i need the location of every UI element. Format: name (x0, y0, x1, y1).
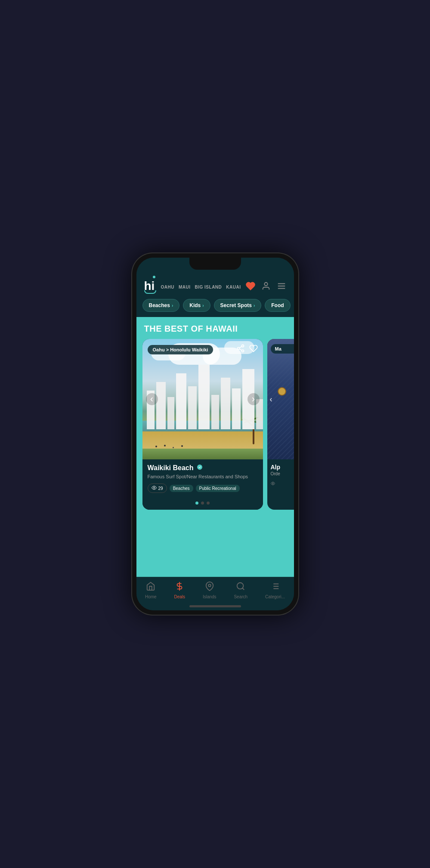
verified-icon (196, 464, 203, 472)
nav-deals[interactable]: Deals (174, 582, 185, 599)
tag-beaches[interactable]: Beaches (170, 485, 193, 492)
card-overlay-top: Oahu > Honolulu Waikiki (142, 339, 263, 360)
card-actions (236, 344, 258, 355)
views-count: 29 (158, 486, 163, 491)
nav-search[interactable]: Search (234, 582, 247, 599)
svg-point-12 (208, 584, 211, 587)
svg-line-8 (239, 346, 242, 348)
eye-icon (152, 485, 157, 491)
svg-point-0 (264, 283, 267, 286)
svg-point-13 (237, 583, 244, 589)
card-tags: 29 Beaches Public Recreational (148, 483, 258, 493)
second-eye-icon (271, 480, 275, 487)
home-bar (136, 602, 294, 610)
category-beaches[interactable]: Beaches › (142, 299, 180, 312)
home-icon (146, 582, 155, 593)
views-badge: 29 (148, 483, 167, 493)
second-card-desc: Orde (271, 471, 294, 476)
home-label: Home (145, 594, 157, 599)
svg-point-9 (153, 487, 155, 489)
categories-icon (270, 582, 280, 593)
card-title-row: Waikiki Beach (148, 464, 258, 472)
search-label: Search (234, 594, 247, 599)
location-badge: Oahu > Honolulu Waikiki (148, 345, 213, 354)
svg-point-5 (237, 348, 239, 350)
second-card-tag (271, 480, 294, 487)
second-card-prev[interactable]: ‹ (270, 395, 272, 404)
nav-categories[interactable]: Categori... (265, 582, 285, 599)
nav-oahu[interactable]: OAHU (161, 285, 174, 289)
home-indicator (189, 605, 241, 607)
section-title: THE BEST OF HAWAII (136, 317, 294, 339)
card-image-container: Oahu > Honolulu Waikiki (142, 339, 263, 459)
card-description: Famous Surf Spot/Near Restaurants and Sh… (148, 474, 258, 480)
category-kids[interactable]: Kids › (183, 299, 210, 312)
card-title: Waikiki Beach (148, 464, 194, 472)
category-secret-spots[interactable]: Secret Spots › (214, 299, 262, 312)
save-icon[interactable] (249, 344, 258, 355)
header-icons (246, 281, 286, 292)
nav-home[interactable]: Home (145, 582, 157, 599)
dot-2 (201, 502, 204, 505)
nav-islands[interactable]: Islands (203, 582, 217, 599)
dot-1 (195, 502, 198, 505)
islands-label: Islands (203, 594, 217, 599)
chevron-icon: › (254, 303, 255, 308)
chevron-icon: › (202, 303, 204, 308)
nav-big-island[interactable]: BIG ISLAND (195, 285, 222, 289)
deals-icon (175, 582, 184, 593)
card-second-image: Ma ‹ (267, 339, 294, 459)
second-card-info: Alp Orde (267, 459, 294, 492)
phone-frame: hi OAHU MAUI BIG ISLAND KAUAI (131, 252, 299, 616)
share-icon[interactable] (236, 344, 245, 355)
svg-point-6 (241, 350, 244, 352)
card-next-button[interactable]: › (247, 393, 260, 405)
cards-container: Oahu > Honolulu Waikiki (136, 339, 294, 517)
profile-icon[interactable] (261, 281, 271, 292)
nav-links: OAHU MAUI BIG ISLAND KAUAI (161, 285, 241, 289)
dot-3 (207, 502, 210, 505)
bottom-nav: Home Deals Islands (136, 577, 294, 602)
chevron-icon: › (172, 303, 173, 308)
second-card-overlay-top: Ma (267, 339, 294, 359)
islands-icon (205, 582, 214, 593)
logo: hi (144, 280, 156, 294)
card-waikiki: Oahu > Honolulu Waikiki (142, 339, 263, 510)
search-icon (236, 582, 245, 593)
card-info: Waikiki Beach Famous Surf Spot/Near Rest… (142, 459, 263, 498)
header: hi OAHU MAUI BIG ISLAND KAUAI (136, 277, 294, 299)
menu-icon[interactable] (277, 281, 286, 292)
second-card-title: Alp (271, 464, 294, 471)
svg-point-4 (241, 345, 244, 347)
category-food[interactable]: Food (265, 299, 290, 312)
second-location-badge: Ma (271, 344, 294, 354)
card-prev-button[interactable]: ‹ (146, 393, 158, 405)
categories-label: Categori... (265, 594, 285, 599)
card-second: Ma ‹ Alp Orde (267, 339, 294, 510)
nav-maui[interactable]: MAUI (179, 285, 191, 289)
notch (189, 258, 241, 270)
svg-line-14 (243, 588, 244, 590)
heart-icon[interactable] (246, 281, 255, 292)
categories-bar: Beaches › Kids › Secret Spots › Food (136, 299, 294, 317)
phone-screen: hi OAHU MAUI BIG ISLAND KAUAI (136, 258, 294, 610)
svg-line-7 (239, 349, 242, 350)
main-content: THE BEST OF HAWAII (136, 317, 294, 577)
nav-kauai[interactable]: KAUAI (226, 285, 241, 289)
deals-label: Deals (174, 594, 185, 599)
tag-public[interactable]: Public Recreational (196, 485, 240, 492)
dots-indicator (142, 498, 263, 510)
svg-point-10 (272, 483, 273, 484)
